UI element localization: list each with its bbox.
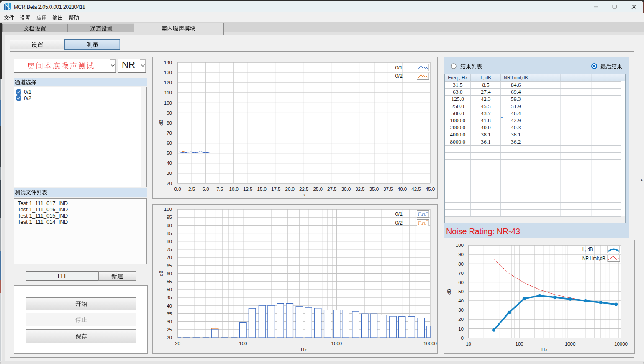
svg-text:36.1: 36.1: [481, 138, 491, 145]
svg-text:1000.0: 1000.0: [450, 117, 465, 123]
svg-text:250.0: 250.0: [452, 103, 464, 109]
svg-text:43.7: 43.7: [481, 110, 491, 116]
svg-text:125.0: 125.0: [452, 96, 464, 102]
svg-text:46.4: 46.4: [511, 110, 521, 116]
svg-text:500.0: 500.0: [452, 110, 464, 116]
svg-text:42.3: 42.3: [481, 96, 491, 102]
svg-text:63.0: 63.0: [453, 89, 463, 95]
svg-text:38.1: 38.1: [511, 131, 521, 138]
svg-text:31.5: 31.5: [453, 82, 463, 88]
svg-text:38.1: 38.1: [481, 131, 491, 138]
svg-text:59.3: 59.3: [511, 96, 521, 102]
svg-text:36.2: 36.2: [511, 138, 521, 145]
svg-text:84.6: 84.6: [511, 82, 521, 88]
svg-text:8.5: 8.5: [482, 82, 490, 88]
svg-text:NR Limit,dB: NR Limit,dB: [504, 74, 528, 81]
svg-text:45.5: 45.5: [481, 103, 491, 109]
svg-text:4000.0: 4000.0: [450, 131, 465, 138]
svg-text:41.8: 41.8: [481, 117, 491, 123]
svg-text:40.0: 40.0: [481, 124, 491, 131]
svg-text:2000.0: 2000.0: [450, 124, 465, 131]
svg-text:L, dB: L, dB: [481, 74, 491, 81]
svg-text:Freq., Hz: Freq., Hz: [448, 74, 467, 81]
svg-text:8000.0: 8000.0: [450, 138, 465, 145]
svg-text:51.9: 51.9: [511, 103, 521, 109]
svg-text:27.4: 27.4: [481, 89, 491, 95]
svg-text:69.4: 69.4: [511, 89, 521, 95]
svg-text:40.3: 40.3: [511, 124, 521, 131]
svg-text:42.9: 42.9: [511, 117, 521, 123]
